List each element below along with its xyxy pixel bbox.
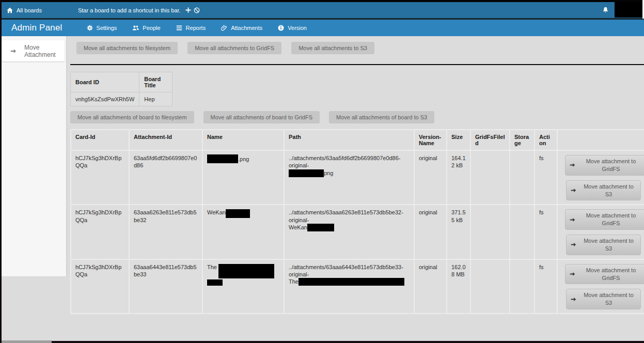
- move-attachment-to-gridfs-button[interactable]: Move attachment to GridFS: [565, 209, 644, 230]
- col-header-size: Size: [447, 130, 470, 150]
- size-cell: 162.08 MB: [447, 259, 470, 314]
- attachment-id-cell: 63aaa6263e811e573db5be32: [129, 205, 202, 259]
- arrow-right-icon: [570, 217, 575, 223]
- move-board-to-gridfs-button[interactable]: Move all attachments of board to GridFS: [203, 111, 320, 123]
- plus-icon[interactable]: [185, 7, 191, 13]
- left-edge-bar: [0, 0, 2, 343]
- storage-cell: [510, 150, 535, 205]
- storage-cell: [510, 259, 535, 314]
- move-attachment-to-s3-button[interactable]: Move attachment to S3: [566, 289, 641, 309]
- nav-item-attachments[interactable]: Attachments: [221, 25, 262, 31]
- people-icon: [132, 25, 139, 31]
- board-id-header: Board ID: [71, 72, 139, 92]
- path-cell: ../attachments/63aaa6263e811e573db5be32-…: [284, 205, 414, 259]
- col-header-storage: Storage: [510, 130, 535, 150]
- move-all-to-filesystem-button[interactable]: Move all attachments to filesystem: [76, 42, 178, 54]
- name-cell: WeKan: [202, 205, 284, 259]
- col-header-path: Path: [284, 130, 414, 150]
- move-board-to-s3-button[interactable]: Move all attachments of board to S3: [329, 111, 434, 123]
- main-content: Move all attachments to filesystem Move …: [70, 36, 644, 314]
- list-icon: [176, 25, 182, 31]
- name-cell: The: [202, 259, 284, 314]
- nav-label: Version: [288, 25, 307, 31]
- arrow-right-icon: [570, 162, 575, 168]
- action-cell: fs: [535, 205, 557, 259]
- info-icon: [278, 25, 284, 31]
- storage-cell: [510, 205, 535, 259]
- home-icon: [7, 7, 13, 13]
- redacted-text: [307, 224, 334, 231]
- nav-item-version[interactable]: Version: [278, 25, 307, 31]
- shortcut-hint-text: Star a board to add a shortcut in this b…: [78, 7, 181, 13]
- move-all-to-gridfs-button[interactable]: Move all attachments to GridFS: [187, 42, 281, 54]
- col-header-buttons: [557, 130, 644, 150]
- row-buttons-cell: Move attachment to GridFS Move attachmen…: [557, 259, 644, 314]
- user-menu-redacted[interactable]: [615, 2, 642, 18]
- size-cell: 371.55 kB: [447, 205, 470, 259]
- move-board-to-filesystem-button[interactable]: Move all attachments of board to filesys…: [70, 111, 194, 123]
- all-boards-link[interactable]: All boards: [7, 7, 42, 13]
- nav-label: Reports: [186, 25, 206, 31]
- col-header-gridfsfileid: GridFsFileId: [470, 130, 510, 150]
- arrow-right-icon: [571, 242, 576, 247]
- arrow-right-icon: [571, 297, 576, 302]
- gridfsfileid-cell: [470, 205, 510, 259]
- size-cell: 164.12 kB: [447, 150, 470, 205]
- table-row: vnhg5KsZsdPwXRh5W Hep: [71, 92, 172, 106]
- name-cell: .png: [202, 150, 284, 205]
- redacted-text: [207, 279, 223, 286]
- card-id-cell: hCJ7kSg3hDXrBpQQa: [71, 150, 129, 205]
- section-divider: [70, 64, 644, 65]
- board-table: Board ID Board Title vnhg5KsZsdPwXRh5W H…: [70, 72, 172, 106]
- attachment-id-cell: 63aaa6443e811e573db5be33: [129, 259, 202, 314]
- board-title-header: Board Title: [139, 72, 172, 92]
- admin-nav: Settings People Reports Attachments: [87, 25, 307, 31]
- nav-item-people[interactable]: People: [132, 25, 160, 31]
- gridfsfileid-cell: [470, 150, 510, 205]
- admin-panel-page: All boards Star a board to add a shortcu…: [0, 0, 644, 343]
- gridfsfileid-cell: [470, 259, 510, 314]
- bell-icon[interactable]: [602, 7, 609, 13]
- card-id-cell: hCJ7kSg3hDXrBpQQa: [71, 259, 129, 314]
- move-attachment-to-s3-button[interactable]: Move attachment to S3: [566, 235, 641, 255]
- sidebar-item-move-attachment[interactable]: Move Attachment: [2, 40, 65, 61]
- path-cell: ../attachments/63aaa6443e811e573db5be33-…: [284, 259, 414, 314]
- version-name-cell: original: [414, 259, 447, 314]
- nav-item-reports[interactable]: Reports: [176, 25, 206, 31]
- card-id-cell: hCJ7kSg3hDXrBpQQa: [71, 205, 129, 259]
- arrow-right-icon: [571, 188, 576, 193]
- nav-label: People: [143, 25, 160, 31]
- version-name-cell: original: [414, 205, 447, 259]
- redacted-text: [226, 209, 250, 218]
- version-name-cell: original: [414, 150, 447, 205]
- move-all-to-s3-button[interactable]: Move all attachments to S3: [291, 42, 374, 54]
- nav-item-settings[interactable]: Settings: [87, 25, 117, 31]
- move-attachment-to-s3-button[interactable]: Move attachment to S3: [566, 180, 641, 201]
- paperclip-icon: [221, 25, 227, 31]
- board-id-value: vnhg5KsZsdPwXRh5W: [71, 92, 139, 106]
- top-bar: All boards Star a board to add a shortcu…: [0, 2, 644, 18]
- page-title: Admin Panel: [11, 23, 62, 33]
- move-attachment-to-gridfs-button[interactable]: Move attachment to GridFS: [565, 264, 644, 285]
- action-cell: fs: [535, 259, 557, 314]
- redacted-text: [207, 154, 238, 163]
- sidebar: Move Attachment: [0, 36, 66, 276]
- bottom-dark-bar: [52, 341, 644, 343]
- move-attachment-to-gridfs-button[interactable]: Move attachment to GridFS: [565, 155, 644, 176]
- sidebar-item-label: Move Attachment: [24, 44, 65, 58]
- ban-icon[interactable]: [194, 7, 200, 13]
- top-edge-bar: [0, 0, 644, 2]
- path-cell: ../attachments/63aa5fd6df2b6699807e0d86-…: [284, 150, 414, 205]
- col-header-attachment-id: Attachment-Id: [129, 130, 202, 150]
- bottom-gray-bar: [0, 340, 52, 343]
- col-header-version-name: Version-Name: [414, 130, 447, 150]
- gear-icon: [87, 25, 93, 31]
- table-row: hCJ7kSg3hDXrBpQQa 63aaa6263e811e573db5be…: [71, 205, 644, 259]
- table-row: hCJ7kSg3hDXrBpQQa 63aaa6443e811e573db5be…: [71, 259, 644, 314]
- row-buttons-cell: Move attachment to GridFS Move attachmen…: [557, 150, 644, 205]
- global-move-buttons: Move all attachments to filesystem Move …: [76, 42, 644, 54]
- redacted-text: [218, 264, 274, 278]
- col-header-card-id: Card-Id: [71, 130, 129, 150]
- arrow-right-icon: [10, 48, 17, 54]
- col-header-action: Action: [535, 130, 557, 150]
